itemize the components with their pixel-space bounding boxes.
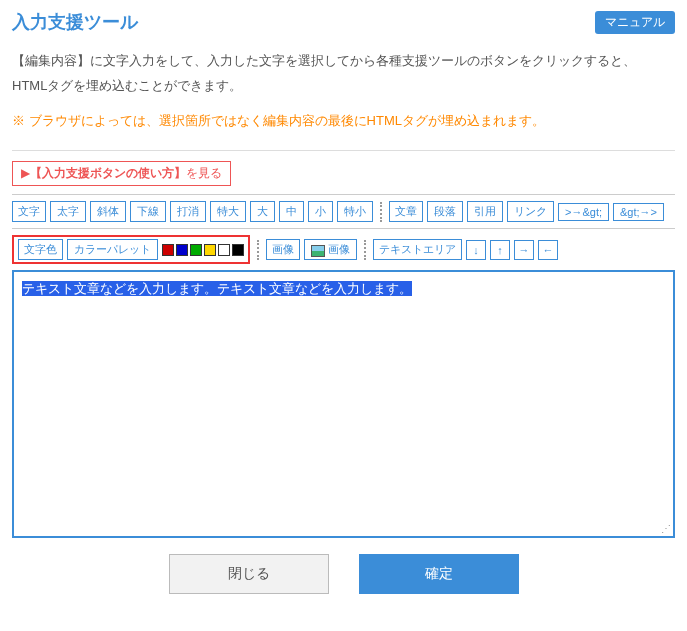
small-button[interactable]: 小: [308, 201, 333, 222]
color-swatch[interactable]: [204, 244, 216, 256]
link-button[interactable]: リンク: [507, 201, 554, 222]
image-button[interactable]: 画像: [304, 239, 357, 260]
gt-encode-button[interactable]: >→&gt;: [558, 203, 609, 221]
editor-textarea[interactable]: テキスト文章などを入力します。テキスト文章などを入力します。 ⋰: [12, 270, 675, 538]
warning-text: ※ ブラウザによっては、選択箇所ではなく編集内容の最後にHTMLタグが埋め込まれ…: [12, 110, 675, 132]
underline-button[interactable]: 下線: [130, 201, 166, 222]
xsmall-button[interactable]: 特小: [337, 201, 373, 222]
main-container: 入力支援ツール マニュアル 【編集内容】に文字入力をして、入力した文字を選択して…: [0, 0, 687, 604]
resize-grip-icon[interactable]: ⋰: [661, 523, 671, 534]
toolbar-row-2: 文字色 カラーパレット 画像 画像 テキストエリア ↓ ↑ → ←: [12, 228, 675, 264]
gt-decode-button[interactable]: &gt;→>: [613, 203, 664, 221]
toolbar-row-1: 文字 太字 斜体 下線 打消 特大 大 中 小 特小 文章 段落 引用 リンク …: [12, 194, 675, 222]
quote-button[interactable]: 引用: [467, 201, 503, 222]
label-textarea: テキストエリア: [373, 239, 462, 260]
triangle-icon: ▶: [21, 166, 30, 180]
para-button[interactable]: 段落: [427, 201, 463, 222]
separator-icon: [380, 202, 382, 222]
close-button[interactable]: 閉じる: [169, 554, 329, 594]
button-row: 閉じる 確定: [12, 554, 675, 594]
color-swatch[interactable]: [190, 244, 202, 256]
confirm-button[interactable]: 確定: [359, 554, 519, 594]
label-color: 文字色: [18, 239, 63, 260]
selected-text: テキスト文章などを入力します。テキスト文章などを入力します。: [22, 281, 412, 296]
medium-button[interactable]: 中: [279, 201, 304, 222]
color-swatch[interactable]: [218, 244, 230, 256]
divider: [12, 150, 675, 151]
page-title: 入力支援ツール: [12, 10, 138, 34]
description-text: 【編集内容】に文字入力をして、入力した文字を選択してから各種支援ツールのボタンを…: [12, 49, 675, 98]
label-image: 画像: [266, 239, 300, 260]
manual-button[interactable]: マニュアル: [595, 11, 675, 34]
separator-icon: [257, 240, 259, 260]
palette-button[interactable]: カラーパレット: [67, 239, 158, 260]
arrow-right-button[interactable]: →: [514, 240, 534, 260]
italic-button[interactable]: 斜体: [90, 201, 126, 222]
color-swatch[interactable]: [232, 244, 244, 256]
label-moji: 文字: [12, 201, 46, 222]
separator-icon: [364, 240, 366, 260]
strike-button[interactable]: 打消: [170, 201, 206, 222]
header: 入力支援ツール マニュアル: [12, 10, 675, 34]
large-button[interactable]: 大: [250, 201, 275, 222]
arrow-left-button[interactable]: ←: [538, 240, 558, 260]
label-bunsho: 文章: [389, 201, 423, 222]
color-swatch[interactable]: [162, 244, 174, 256]
arrow-up-button[interactable]: ↑: [490, 240, 510, 260]
arrow-down-button[interactable]: ↓: [466, 240, 486, 260]
xlarge-button[interactable]: 特大: [210, 201, 246, 222]
help-link[interactable]: ▶【入力支援ボタンの使い方】を見る: [12, 161, 231, 186]
color-swatch[interactable]: [176, 244, 188, 256]
color-group-highlight: 文字色 カラーパレット: [12, 235, 250, 264]
bold-button[interactable]: 太字: [50, 201, 86, 222]
color-swatches: [162, 244, 244, 256]
image-icon: [311, 245, 325, 257]
